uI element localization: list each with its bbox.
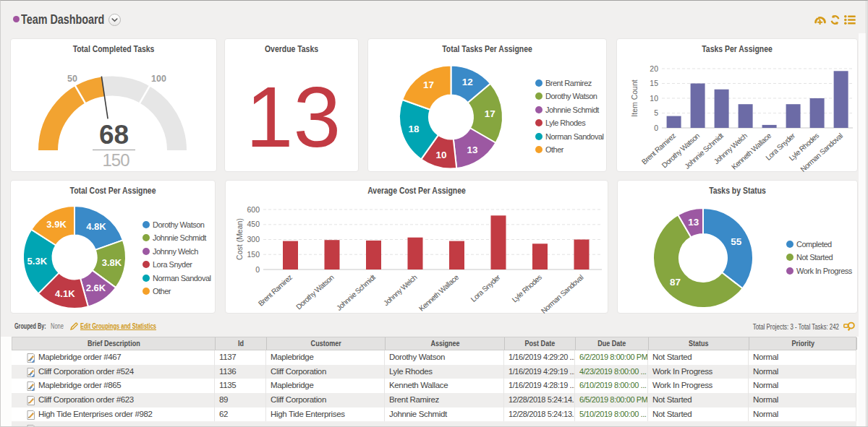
svg-text:Lyle Rhodes: Lyle Rhodes: [511, 273, 543, 303]
svg-text:0: 0: [255, 265, 260, 274]
svg-text:600: 600: [247, 205, 260, 214]
svg-text:450: 450: [247, 220, 260, 228]
svg-text:13: 13: [467, 145, 478, 155]
svg-text:20: 20: [650, 64, 658, 73]
svg-text:0: 0: [654, 124, 658, 132]
svg-text:15: 15: [650, 79, 658, 87]
svg-text:150: 150: [247, 250, 260, 259]
svg-text:Lora Snyder: Lora Snyder: [469, 273, 502, 303]
svg-text:10: 10: [435, 150, 446, 160]
svg-text:3.8K: 3.8K: [102, 257, 122, 268]
svg-text:12: 12: [462, 77, 473, 87]
svg-text:17: 17: [423, 79, 434, 90]
svg-text:Dorothy Watson: Dorothy Watson: [294, 273, 335, 311]
svg-text:55: 55: [731, 236, 742, 247]
svg-text:300: 300: [247, 235, 260, 243]
svg-text:4.1K: 4.1K: [55, 288, 75, 299]
svg-text:18: 18: [408, 124, 420, 134]
svg-text:Norman Sandoval: Norman Sandoval: [799, 131, 845, 173]
svg-text:13: 13: [688, 217, 699, 228]
svg-text:Cost (Mean): Cost (Mean): [235, 218, 244, 260]
svg-text:5: 5: [654, 108, 658, 117]
svg-text:Johnny Welch: Johnny Welch: [382, 273, 418, 307]
svg-text:Item Count: Item Count: [630, 79, 639, 116]
svg-text:10: 10: [650, 94, 658, 103]
svg-text:Kenneth Wallace: Kenneth Wallace: [417, 273, 460, 313]
svg-text:5.3K: 5.3K: [27, 256, 48, 267]
svg-text:17: 17: [485, 108, 495, 119]
svg-text:2.6K: 2.6K: [86, 282, 106, 293]
svg-text:3.9K: 3.9K: [46, 219, 67, 230]
svg-text:Johnnie Schmidt: Johnnie Schmidt: [335, 273, 377, 312]
svg-text:4.8K: 4.8K: [86, 221, 106, 232]
svg-text:Norman Sandoval: Norman Sandoval: [540, 273, 585, 314]
svg-text:Brent Ramirez: Brent Ramirez: [257, 273, 294, 308]
svg-text:87: 87: [670, 277, 681, 288]
